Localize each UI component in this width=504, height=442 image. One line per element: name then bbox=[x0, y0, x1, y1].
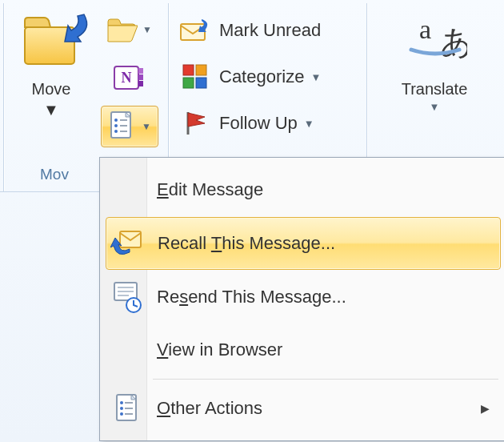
menu-item-resend-message[interactable]: Resend This Message... bbox=[106, 271, 501, 323]
dropdown-caret-icon: ▼ bbox=[310, 71, 321, 83]
svg-point-9 bbox=[114, 124, 118, 127]
mark-unread-button[interactable]: Mark Unread bbox=[176, 10, 362, 51]
group-divider bbox=[3, 3, 5, 191]
onenote-icon: N bbox=[113, 63, 145, 92]
svg-rect-4 bbox=[138, 81, 143, 86]
onenote-button[interactable]: N bbox=[101, 58, 157, 98]
menu-item-recall-message[interactable]: Recall This Message... bbox=[106, 217, 501, 270]
categorize-split-button[interactable]: Categorize ▼ bbox=[176, 56, 362, 98]
actions-dropdown-menu: Edit Message Recall This Message... bbox=[99, 157, 504, 441]
menu-item-label: View in Browser bbox=[157, 340, 282, 360]
categorize-label: Categorize bbox=[219, 66, 304, 87]
dropdown-caret-icon: ▼ bbox=[304, 118, 314, 130]
svg-point-32 bbox=[120, 412, 123, 416]
svg-point-11 bbox=[114, 130, 118, 133]
follow-up-split-button[interactable]: Follow Up ▼ bbox=[176, 102, 362, 144]
follow-up-flag-icon bbox=[179, 107, 211, 139]
svg-point-30 bbox=[120, 407, 123, 410]
other-actions-icon bbox=[106, 391, 149, 426]
move-to-folder-icon bbox=[20, 10, 82, 72]
blank-icon bbox=[106, 172, 149, 207]
svg-rect-14 bbox=[183, 65, 194, 75]
follow-up-label: Follow Up bbox=[219, 113, 298, 134]
rules-split-button[interactable]: ▼ bbox=[101, 10, 157, 50]
translate-split-button[interactable]: a あ Translate ▼ bbox=[376, 5, 493, 157]
mark-unread-label: Mark Unread bbox=[219, 20, 321, 41]
svg-rect-17 bbox=[196, 78, 206, 88]
svg-rect-16 bbox=[183, 78, 194, 88]
svg-point-28 bbox=[120, 401, 123, 404]
svg-rect-2 bbox=[138, 68, 143, 74]
menu-item-other-actions[interactable]: Other Actions ▶ bbox=[106, 383, 501, 434]
ribbon: Move ▼ ▼ N bbox=[0, 0, 504, 442]
tags-group: Mark Unread Categorize ▼ Follo bbox=[176, 10, 362, 149]
svg-rect-3 bbox=[138, 74, 143, 80]
menu-item-label: Recall This Message... bbox=[158, 233, 335, 254]
move-split-button[interactable]: Move ▼ bbox=[11, 5, 91, 157]
translate-label: Translate bbox=[376, 78, 493, 99]
menu-item-label: Resend This Message... bbox=[157, 287, 346, 307]
mark-unread-icon bbox=[179, 14, 211, 46]
svg-text:a: a bbox=[419, 14, 431, 44]
menu-item-label: Other Actions bbox=[157, 398, 262, 419]
menu-item-label: Edit Message bbox=[157, 179, 263, 200]
dropdown-caret-icon: ▼ bbox=[376, 101, 493, 113]
move-small-buttons: ▼ N bbox=[101, 10, 165, 155]
actions-split-button[interactable]: ▼ bbox=[101, 106, 158, 147]
resend-message-icon bbox=[106, 279, 149, 315]
dropdown-caret-icon: ▼ bbox=[11, 99, 91, 120]
menu-item-edit-message[interactable]: Edit Message bbox=[106, 164, 501, 215]
dropdown-caret-icon: ▼ bbox=[142, 24, 152, 35]
svg-point-7 bbox=[114, 119, 118, 122]
translate-icon: a あ bbox=[403, 10, 466, 72]
recall-message-icon bbox=[106, 226, 150, 261]
move-label: Move bbox=[11, 78, 91, 99]
svg-rect-15 bbox=[196, 65, 206, 75]
svg-text:N: N bbox=[122, 70, 132, 86]
move-group-label: Mov bbox=[40, 166, 69, 183]
menu-separator bbox=[153, 379, 498, 380]
blank-icon bbox=[106, 332, 149, 368]
actions-icon bbox=[108, 110, 137, 143]
categorize-icon bbox=[179, 61, 211, 93]
menu-item-view-in-browser[interactable]: View in Browser bbox=[106, 324, 501, 376]
open-folder-icon bbox=[106, 16, 138, 43]
dropdown-caret-icon: ▼ bbox=[142, 121, 151, 132]
submenu-arrow-icon: ▶ bbox=[481, 402, 490, 415]
